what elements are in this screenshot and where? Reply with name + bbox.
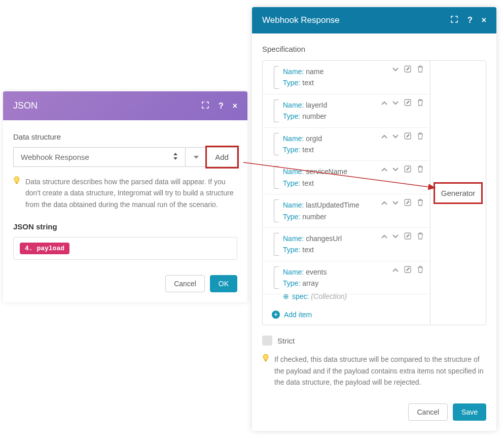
plus-icon: + bbox=[272, 311, 280, 319]
name-key: Name: bbox=[283, 66, 304, 77]
json-string-label: JSON string bbox=[13, 222, 237, 231]
json-panel-header: JSON ? × bbox=[3, 91, 247, 120]
move-down-icon[interactable] bbox=[392, 198, 399, 208]
edit-icon[interactable] bbox=[404, 98, 412, 108]
name-value: layerId bbox=[306, 99, 327, 111]
name-key: Name: bbox=[283, 133, 304, 144]
type-key: Type: bbox=[283, 111, 300, 122]
data-structure-label: Data structure bbox=[13, 132, 237, 141]
edit-icon[interactable] bbox=[404, 232, 412, 242]
delete-icon[interactable] bbox=[417, 265, 424, 275]
strict-help: If checked, this data structure will be … bbox=[274, 354, 486, 388]
spec-list: Name: name Type: text Name: layerId Type… bbox=[263, 61, 430, 325]
type-value: array bbox=[302, 278, 318, 289]
delete-icon[interactable] bbox=[417, 165, 424, 175]
spec-item: Name: lastUpdatedTime Type: number bbox=[263, 194, 430, 228]
move-down-icon[interactable] bbox=[392, 165, 399, 175]
move-up-icon[interactable] bbox=[381, 198, 387, 208]
move-up-icon[interactable] bbox=[381, 232, 387, 242]
add-item-button[interactable]: +Add item bbox=[263, 304, 430, 325]
spec-nested[interactable]: ⊕spec: (Collection) bbox=[263, 292, 430, 300]
type-value: text bbox=[302, 178, 314, 189]
type-key: Type: bbox=[283, 244, 300, 255]
name-key: Name: bbox=[283, 266, 304, 278]
name-key: Name: bbox=[283, 199, 304, 211]
svg-rect-0 bbox=[16, 183, 18, 184]
edit-icon[interactable] bbox=[404, 132, 412, 142]
type-value: text bbox=[302, 77, 314, 88]
spec-item: Name: events Type: array bbox=[263, 261, 430, 295]
close-icon[interactable]: × bbox=[482, 16, 486, 25]
delete-icon[interactable] bbox=[417, 65, 424, 75]
dropdown-button[interactable] bbox=[186, 147, 207, 167]
type-key: Type: bbox=[283, 178, 300, 189]
payload-tag[interactable]: 4. payload bbox=[20, 243, 69, 254]
add-button[interactable]: Add bbox=[207, 147, 237, 167]
move-up-icon[interactable] bbox=[381, 165, 387, 175]
specification-label: Specification bbox=[262, 45, 486, 53]
expand-plus-icon[interactable]: ⊕ bbox=[283, 292, 289, 300]
name-value: serviceName bbox=[306, 166, 347, 177]
type-value: number bbox=[302, 111, 326, 122]
name-key: Name: bbox=[283, 166, 304, 177]
type-value: text bbox=[302, 244, 314, 255]
spec-item: Name: serviceName Type: text bbox=[263, 161, 430, 194]
type-key: Type: bbox=[283, 211, 300, 222]
move-up-icon[interactable] bbox=[392, 265, 399, 275]
wr-panel-title: Webhook Response bbox=[262, 15, 340, 25]
svg-rect-8 bbox=[265, 360, 267, 361]
cancel-button[interactable]: Cancel bbox=[408, 403, 448, 421]
lightbulb-icon bbox=[13, 176, 20, 210]
spec-item: Name: orgId Type: text bbox=[263, 128, 430, 161]
move-up-icon[interactable] bbox=[381, 98, 387, 108]
json-panel: JSON ? × Data structure Webhook Response… bbox=[3, 91, 247, 302]
help-icon[interactable]: ? bbox=[467, 16, 473, 25]
wr-panel-header: Webhook Response ? × bbox=[252, 7, 496, 33]
json-string-input[interactable]: 4. payload bbox=[13, 237, 237, 260]
edit-icon[interactable] bbox=[404, 198, 412, 208]
type-value: number bbox=[302, 211, 326, 222]
expand-icon[interactable] bbox=[450, 15, 458, 25]
edit-icon[interactable] bbox=[404, 265, 412, 275]
name-value: name bbox=[306, 66, 323, 77]
data-structure-value: Webhook Response bbox=[21, 153, 89, 161]
type-key: Type: bbox=[283, 144, 300, 155]
type-key: Type: bbox=[283, 77, 300, 88]
type-key: Type: bbox=[283, 278, 300, 289]
name-key: Name: bbox=[283, 233, 304, 244]
edit-icon[interactable] bbox=[404, 165, 412, 175]
delete-icon[interactable] bbox=[417, 198, 424, 208]
generator-button[interactable]: Generator bbox=[434, 182, 483, 204]
name-value: orgId bbox=[306, 133, 322, 144]
strict-label: Strict bbox=[277, 336, 295, 345]
name-value: lastUpdatedTime bbox=[306, 199, 359, 211]
delete-icon[interactable] bbox=[417, 132, 424, 142]
updown-icon bbox=[173, 153, 178, 161]
move-down-icon[interactable] bbox=[392, 65, 399, 75]
name-value: events bbox=[306, 266, 327, 278]
spec-item: Name: layerId Type: number bbox=[263, 94, 430, 128]
move-down-icon[interactable] bbox=[392, 232, 399, 242]
delete-icon[interactable] bbox=[417, 98, 424, 108]
name-value: changesUrl bbox=[306, 233, 342, 244]
type-value: text bbox=[302, 144, 314, 155]
save-button[interactable]: Save bbox=[453, 403, 486, 421]
data-structure-help: Data structure describes how the parsed … bbox=[25, 176, 237, 210]
spec-item: Name: changesUrl Type: text bbox=[263, 228, 430, 261]
move-down-icon[interactable] bbox=[392, 132, 399, 142]
ok-button[interactable]: OK bbox=[210, 275, 237, 292]
name-key: Name: bbox=[283, 99, 304, 111]
webhook-response-panel: Webhook Response ? × Specification Name:… bbox=[252, 7, 496, 431]
move-up-icon[interactable] bbox=[381, 132, 387, 142]
cancel-button[interactable]: Cancel bbox=[165, 275, 205, 292]
lightbulb-icon bbox=[262, 354, 269, 388]
expand-icon[interactable] bbox=[201, 101, 209, 111]
delete-icon[interactable] bbox=[417, 232, 424, 242]
strict-checkbox[interactable] bbox=[262, 335, 272, 346]
help-icon[interactable]: ? bbox=[219, 101, 224, 111]
edit-icon[interactable] bbox=[404, 65, 412, 75]
move-down-icon[interactable] bbox=[392, 98, 399, 108]
json-panel-title: JSON bbox=[13, 100, 38, 111]
close-icon[interactable]: × bbox=[233, 101, 237, 111]
data-structure-select[interactable]: Webhook Response bbox=[13, 147, 186, 167]
